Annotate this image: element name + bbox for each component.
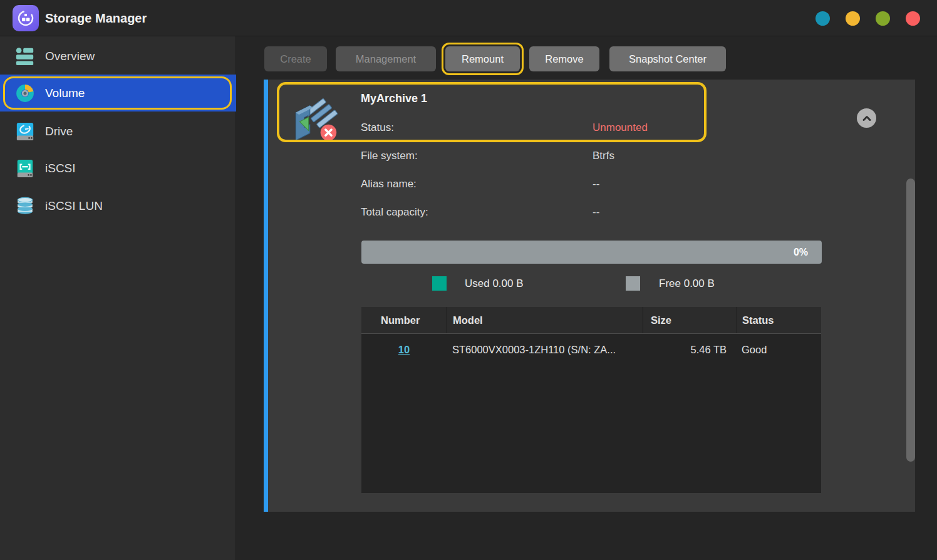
panel-accent-bar <box>264 80 268 512</box>
disk-number-link[interactable]: 10 <box>398 344 410 356</box>
drive-icon <box>15 122 35 142</box>
alias-value: -- <box>593 178 599 190</box>
app-title: Storage Manager <box>45 0 147 36</box>
sidebar-item-label: Drive <box>45 125 73 138</box>
sidebar-item-iscsi-lun[interactable]: iSCSI LUN <box>0 189 236 224</box>
free-legend-swatch <box>626 276 640 291</box>
column-header-number[interactable]: Number <box>361 307 447 333</box>
sidebar-item-label: iSCSI LUN <box>45 199 103 213</box>
storage-manager-window: Storage Manager Overview <box>0 0 937 560</box>
sidebar: Overview Volume <box>0 36 236 560</box>
remove-button[interactable]: Remove <box>529 46 599 71</box>
sidebar-item-label: Volume <box>45 86 85 100</box>
chevron-up-icon <box>861 113 872 124</box>
management-button[interactable]: Management <box>336 46 436 71</box>
status-dot-teal[interactable] <box>815 11 830 26</box>
usage-percent: 0% <box>794 247 808 258</box>
status-dot-green[interactable] <box>876 11 890 26</box>
alias-label: Alias name: <box>361 178 417 190</box>
column-header-model[interactable]: Model <box>447 307 643 333</box>
create-button[interactable]: Create <box>264 46 327 71</box>
vertical-scrollbar-thumb[interactable] <box>906 179 915 462</box>
storage-manager-app-icon <box>13 5 39 31</box>
remount-button[interactable]: Remount <box>445 46 520 71</box>
volume-panel: MyArchive 1 Status: Unmounted File syste… <box>264 80 915 512</box>
archive-volume-icon <box>291 90 342 143</box>
disk-table: Number Model Size Status 10 ST6000VX0003… <box>361 307 821 493</box>
overview-icon <box>15 46 35 66</box>
disk-table-header: Number Model Size Status <box>361 307 821 334</box>
column-header-status[interactable]: Status <box>737 307 821 333</box>
used-legend-swatch <box>432 276 447 291</box>
sidebar-item-label: Overview <box>45 49 95 63</box>
filesystem-value: Btrfs <box>593 150 614 162</box>
sidebar-item-iscsi[interactable]: iSCSI <box>0 151 236 186</box>
sidebar-item-drive[interactable]: Drive <box>0 113 236 149</box>
total-capacity-value: -- <box>593 206 599 219</box>
filesystem-label: File system: <box>361 150 418 162</box>
sidebar-item-overview[interactable]: Overview <box>0 39 236 74</box>
volume-highlight-outline <box>3 76 232 110</box>
volume-icon <box>15 83 35 103</box>
usage-progress-bar: 0% <box>361 241 822 264</box>
sidebar-item-volume[interactable]: Volume <box>0 75 236 111</box>
status-dot-red[interactable] <box>906 11 920 26</box>
free-legend-label: Free 0.00 B <box>659 277 715 290</box>
status-dot-yellow[interactable] <box>846 11 860 26</box>
snapshot-center-button[interactable]: Snapshot Center <box>609 46 726 71</box>
used-legend-label: Used 0.00 B <box>465 277 524 290</box>
sidebar-item-label: iSCSI <box>45 162 76 175</box>
volume-name: MyArchive 1 <box>361 92 427 105</box>
iscsi-icon <box>15 158 35 179</box>
disk-size: 5.46 TB <box>643 334 737 365</box>
disk-table-row: 10 ST6000VX0003-1ZH110 (S/N: ZA... 5.46 … <box>361 334 821 365</box>
status-label: Status: <box>361 122 394 134</box>
topbar: Storage Manager <box>0 0 937 36</box>
disk-status: Good <box>737 334 821 365</box>
total-capacity-label: Total capacity: <box>361 206 428 219</box>
collapse-panel-button[interactable] <box>857 108 876 128</box>
iscsi-lun-icon <box>15 196 35 216</box>
disk-model: ST6000VX0003-1ZH110 (S/N: ZA... <box>447 334 643 365</box>
column-header-size[interactable]: Size <box>643 307 737 333</box>
status-value: Unmounted <box>593 122 648 134</box>
